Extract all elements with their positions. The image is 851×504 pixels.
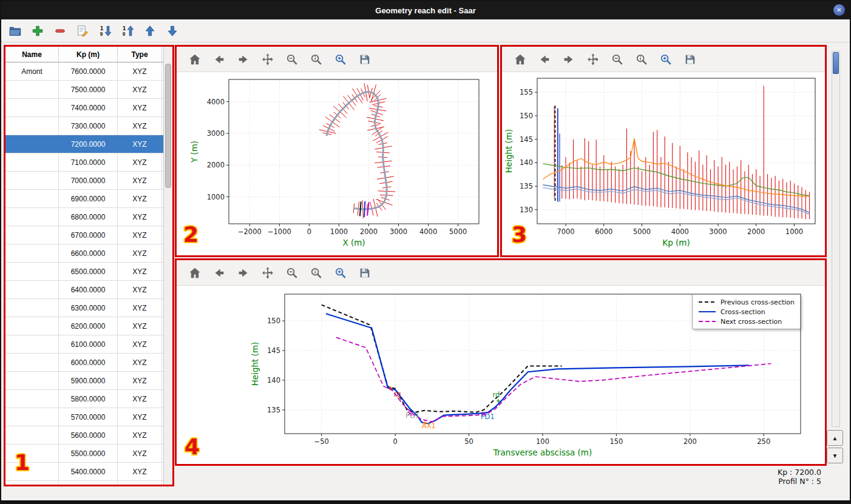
zoom-reset-icon[interactable] [634,52,649,67]
home-icon[interactable] [188,266,202,280]
open-button[interactable] [7,23,23,39]
panel-number-4: 4 [185,434,200,459]
remove-section-button[interactable] [52,23,68,39]
save-icon[interactable] [358,52,372,67]
back-icon[interactable] [212,52,226,67]
zoom-out-icon[interactable] [285,266,299,280]
cell-kp: 6400.0000 [59,281,118,298]
cell-kp: 7500.0000 [59,81,118,98]
zoom-out-icon[interactable] [285,52,299,67]
table-row[interactable]: 7500.0000XYZ [5,81,172,99]
forward-icon[interactable] [236,266,251,280]
zoom-reset-icon[interactable] [309,266,324,280]
table-row[interactable]: 6400.0000XYZ [5,281,172,299]
move-up-button[interactable] [142,23,158,39]
plan-view-plot[interactable]: −2000−1000010002000300040005000100020003… [177,72,497,257]
right-scrollbar-thumb[interactable] [833,52,839,74]
cell-name [5,390,59,408]
home-icon[interactable] [513,52,527,67]
svg-text:0: 0 [393,437,397,446]
panel-number-2: 2 [183,222,198,247]
back-icon[interactable] [537,52,552,67]
forward-icon[interactable] [236,52,251,67]
table-row[interactable]: 7400.0000XYZ [5,99,172,117]
home-icon[interactable] [188,52,202,67]
table-row[interactable]: 5500.0000XYZ [5,445,172,463]
svg-text:3000: 3000 [207,129,225,138]
table-row[interactable]: 5400.0000XYZ [5,463,172,481]
zoom-in-icon[interactable] [659,52,673,67]
table-row[interactable]: 7100.0000XYZ [5,153,172,172]
column-header-type[interactable]: Type [118,47,162,62]
table-row[interactable]: 5900.0000XYZ [5,372,172,390]
svg-text:AX1: AX1 [422,422,436,430]
cell-type: XYZ [118,335,162,353]
table-row[interactable]: 5300.0000XYZ [5,481,172,485]
move-down-button[interactable] [164,23,180,39]
svg-text:6000: 6000 [595,227,612,236]
forward-icon[interactable] [561,52,576,67]
table-row[interactable]: 6600.0000XYZ [5,244,172,263]
pan-icon[interactable] [586,52,600,67]
column-header-kpm[interactable]: Kp (m) [59,47,118,62]
back-icon[interactable] [212,266,226,280]
add-section-button[interactable] [30,23,46,39]
svg-text:rd: rd [492,391,500,399]
svg-text:X (m): X (m) [342,238,365,247]
cell-name [5,153,59,171]
zoom-in-icon[interactable] [333,52,348,67]
pan-icon[interactable] [260,52,275,67]
edit-section-button[interactable] [75,23,90,39]
cell-name [5,426,59,444]
svg-text:Y (m): Y (m) [189,141,199,163]
cell-type: XYZ [118,463,162,480]
table-row[interactable]: 6500.0000XYZ [5,263,172,281]
cell-name [5,190,59,207]
table-row[interactable]: 6000.0000XYZ [5,354,172,372]
close-button[interactable]: ✕ [833,4,845,16]
cell-name [5,317,59,335]
table-row[interactable]: 6200.0000XYZ [5,317,172,335]
cell-type: XYZ [118,208,162,226]
svg-text:3000: 3000 [390,227,407,236]
cell-name [5,445,59,462]
table-scrollbar[interactable] [163,47,172,485]
cell-kp: 7400.0000 [59,99,118,116]
table-row[interactable]: 7000.0000XYZ [5,172,172,190]
cell-type: XYZ [118,81,162,98]
cell-type: XYZ [118,317,162,335]
table-row[interactable]: 7200.0000XYZ [5,135,172,153]
cell-kp: 5900.0000 [59,372,118,389]
table-row[interactable]: Amont7600.0000XYZ [5,62,172,81]
table-row[interactable]: 5800.0000XYZ [5,390,172,408]
svg-text:FG1: FG1 [405,411,419,420]
table-row[interactable]: 7300.0000XYZ [5,117,172,135]
table-scrollbar-thumb[interactable] [165,64,171,188]
legend-entry: Previous cross-section [698,297,795,307]
long-profile-panel: 7000600050004000300020001000130135140145… [500,45,827,257]
column-header-name[interactable]: Name [5,47,59,62]
right-scrollbar[interactable] [832,51,840,427]
sort-descending-button[interactable]: 19 [120,23,135,39]
table-row[interactable]: 5600.0000XYZ [5,426,172,445]
zoom-in-icon[interactable] [333,266,348,280]
table-row[interactable]: 6800.0000XYZ [5,208,172,226]
table-row[interactable]: 6100.0000XYZ [5,335,172,354]
table-row[interactable]: 6700.0000XYZ [5,226,172,244]
table-row[interactable]: 5700.0000XYZ [5,408,172,426]
pan-icon[interactable] [260,266,275,280]
cell-kp: 5400.0000 [59,463,118,480]
table-row[interactable]: 6900.0000XYZ [5,190,172,208]
save-icon[interactable] [683,52,697,67]
profile-down-button[interactable]: ▼ [827,448,843,463]
svg-text:5000: 5000 [449,227,467,236]
zoom-out-icon[interactable] [610,52,625,67]
svg-text:Height (m): Height (m) [250,342,260,386]
sort-ascending-button[interactable]: 19 [97,23,113,39]
table-row[interactable]: 6300.0000XYZ [5,299,172,317]
save-icon[interactable] [358,266,372,280]
profile-up-button[interactable]: ▲ [827,430,843,446]
cell-type: XYZ [118,99,162,116]
long-profile-plot[interactable]: 7000600050004000300020001000130135140145… [502,72,825,257]
zoom-reset-icon[interactable] [309,52,324,67]
